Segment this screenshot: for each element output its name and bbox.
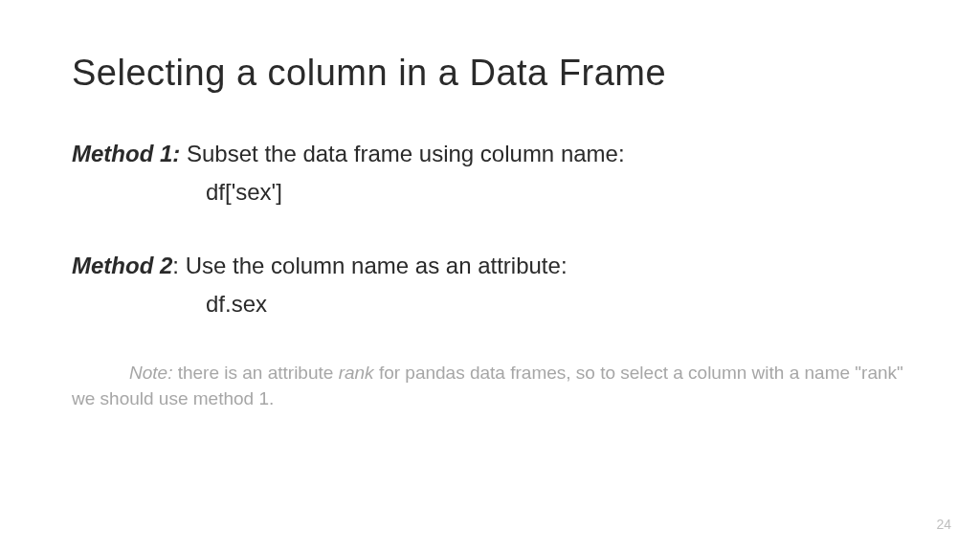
method-1-label: Method 1: <box>72 141 180 166</box>
page-number: 24 <box>936 517 951 532</box>
note-text-1: there is an attribute <box>178 363 339 383</box>
slide-title: Selecting a column in a Data Frame <box>72 53 908 94</box>
note-label: Note: <box>129 363 178 383</box>
method-1-description: Subset the data frame using column name: <box>180 141 624 166</box>
method-2-code: df.sex <box>206 291 908 318</box>
note-rank-word: rank <box>339 363 374 383</box>
method-2-label: Method 2 <box>72 253 172 278</box>
method-1-block: Method 1: Subset the data frame using co… <box>72 137 908 206</box>
method-2-block: Method 2: Use the column name as an attr… <box>72 249 908 318</box>
method-2-description: Use the column name as an attribute: <box>179 253 568 278</box>
method-2-colon: : <box>172 253 179 278</box>
note-block: Note: there is an attribute rank for pan… <box>72 361 908 411</box>
method-1-code: df['sex'] <box>206 179 908 206</box>
method-1-line: Method 1: Subset the data frame using co… <box>72 137 908 171</box>
method-2-line: Method 2: Use the column name as an attr… <box>72 249 908 283</box>
